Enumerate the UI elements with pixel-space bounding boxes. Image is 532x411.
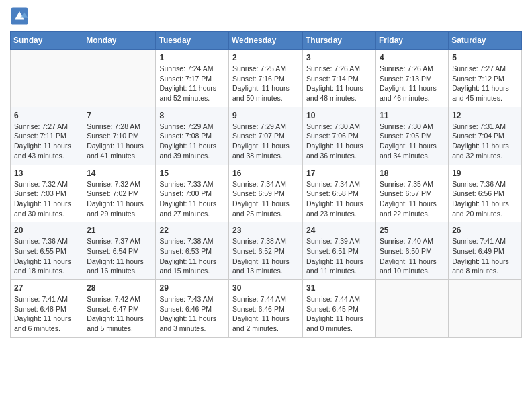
calendar-cell: 7Sunrise: 7:28 AMSunset: 7:10 PMDaylight… [83, 107, 156, 165]
calendar-cell: 4Sunrise: 7:26 AMSunset: 7:13 PMDaylight… [376, 50, 449, 107]
day-info: Sunrise: 7:44 AMSunset: 6:46 PMDaylight:… [232, 294, 299, 334]
header [10, 7, 522, 26]
calendar-week-row: 20Sunrise: 7:36 AMSunset: 6:55 PMDayligh… [11, 222, 522, 280]
calendar-cell: 20Sunrise: 7:36 AMSunset: 6:55 PMDayligh… [11, 222, 83, 280]
day-of-week-header: Monday [83, 32, 156, 50]
day-number: 15 [159, 169, 225, 178]
logo [10, 7, 32, 26]
day-number: 22 [159, 226, 225, 235]
day-number: 2 [232, 53, 299, 62]
day-info: Sunrise: 7:27 AMSunset: 7:12 PMDaylight:… [452, 64, 518, 103]
day-number: 31 [306, 283, 372, 293]
day-number: 25 [380, 226, 445, 235]
day-of-week-header: Wednesday [229, 32, 303, 50]
calendar-cell: 19Sunrise: 7:36 AMSunset: 6:56 PMDayligh… [449, 165, 522, 222]
day-info: Sunrise: 7:30 AMSunset: 7:05 PMDaylight:… [380, 122, 445, 161]
calendar-cell: 29Sunrise: 7:43 AMSunset: 6:46 PMDayligh… [156, 280, 229, 338]
day-of-week-header: Thursday [303, 32, 376, 50]
day-info: Sunrise: 7:28 AMSunset: 7:10 PMDaylight:… [87, 122, 152, 161]
day-number: 18 [380, 169, 445, 178]
calendar-cell: 15Sunrise: 7:33 AMSunset: 7:00 PMDayligh… [156, 165, 229, 222]
day-number: 9 [232, 111, 299, 120]
day-number: 23 [232, 226, 299, 235]
calendar-cell: 11Sunrise: 7:30 AMSunset: 7:05 PMDayligh… [376, 107, 449, 165]
calendar-week-row: 27Sunrise: 7:41 AMSunset: 6:48 PMDayligh… [11, 280, 522, 338]
calendar-cell [11, 50, 83, 107]
day-info: Sunrise: 7:33 AMSunset: 7:00 PMDaylight:… [159, 179, 225, 219]
calendar-cell: 26Sunrise: 7:41 AMSunset: 6:49 PMDayligh… [449, 222, 522, 280]
day-info: Sunrise: 7:40 AMSunset: 6:50 PMDaylight:… [380, 236, 445, 276]
calendar-cell: 12Sunrise: 7:31 AMSunset: 7:04 PMDayligh… [449, 107, 522, 165]
calendar-cell: 30Sunrise: 7:44 AMSunset: 6:46 PMDayligh… [229, 280, 303, 338]
day-info: Sunrise: 7:41 AMSunset: 6:48 PMDaylight:… [14, 294, 79, 334]
day-number: 17 [306, 169, 372, 178]
day-number: 30 [232, 283, 299, 293]
calendar-cell: 17Sunrise: 7:34 AMSunset: 6:58 PMDayligh… [303, 165, 376, 222]
calendar-cell: 28Sunrise: 7:42 AMSunset: 6:47 PMDayligh… [83, 280, 156, 338]
day-number: 8 [159, 111, 225, 120]
calendar-cell: 1Sunrise: 7:24 AMSunset: 7:17 PMDaylight… [156, 50, 229, 107]
calendar-cell: 16Sunrise: 7:34 AMSunset: 6:59 PMDayligh… [229, 165, 303, 222]
day-info: Sunrise: 7:35 AMSunset: 6:57 PMDaylight:… [380, 179, 445, 219]
calendar-week-row: 1Sunrise: 7:24 AMSunset: 7:17 PMDaylight… [11, 50, 522, 107]
day-info: Sunrise: 7:26 AMSunset: 7:13 PMDaylight:… [380, 64, 445, 103]
day-number: 14 [87, 169, 152, 178]
day-info: Sunrise: 7:44 AMSunset: 6:45 PMDaylight:… [306, 294, 372, 334]
calendar-cell [449, 280, 522, 338]
day-number: 1 [159, 53, 225, 62]
day-of-week-header: Tuesday [156, 32, 229, 50]
calendar-header-row: SundayMondayTuesdayWednesdayThursdayFrid… [11, 32, 522, 50]
day-info: Sunrise: 7:43 AMSunset: 6:46 PMDaylight:… [159, 294, 225, 334]
calendar-cell [83, 50, 156, 107]
day-number: 7 [87, 111, 152, 120]
day-number: 19 [452, 169, 518, 178]
day-number: 24 [306, 226, 372, 235]
day-info: Sunrise: 7:41 AMSunset: 6:49 PMDaylight:… [452, 236, 518, 276]
calendar-cell: 2Sunrise: 7:25 AMSunset: 7:16 PMDaylight… [229, 50, 303, 107]
day-info: Sunrise: 7:32 AMSunset: 7:02 PMDaylight:… [87, 179, 152, 219]
calendar: SundayMondayTuesdayWednesdayThursdayFrid… [10, 31, 522, 338]
calendar-cell: 6Sunrise: 7:27 AMSunset: 7:11 PMDaylight… [11, 107, 83, 165]
calendar-week-row: 6Sunrise: 7:27 AMSunset: 7:11 PMDaylight… [11, 107, 522, 165]
day-number: 29 [159, 283, 225, 293]
calendar-cell: 3Sunrise: 7:26 AMSunset: 7:14 PMDaylight… [303, 50, 376, 107]
day-info: Sunrise: 7:38 AMSunset: 6:53 PMDaylight:… [159, 236, 225, 276]
day-number: 3 [306, 53, 372, 62]
day-info: Sunrise: 7:37 AMSunset: 6:54 PMDaylight:… [87, 236, 152, 276]
day-info: Sunrise: 7:34 AMSunset: 6:59 PMDaylight:… [232, 179, 299, 219]
calendar-cell: 24Sunrise: 7:39 AMSunset: 6:51 PMDayligh… [303, 222, 376, 280]
calendar-cell: 18Sunrise: 7:35 AMSunset: 6:57 PMDayligh… [376, 165, 449, 222]
calendar-cell: 31Sunrise: 7:44 AMSunset: 6:45 PMDayligh… [303, 280, 376, 338]
calendar-cell: 8Sunrise: 7:29 AMSunset: 7:08 PMDaylight… [156, 107, 229, 165]
day-number: 13 [14, 169, 79, 178]
day-of-week-header: Sunday [11, 32, 83, 50]
day-number: 12 [452, 111, 518, 120]
calendar-cell: 21Sunrise: 7:37 AMSunset: 6:54 PMDayligh… [83, 222, 156, 280]
day-number: 28 [87, 283, 152, 293]
calendar-cell: 14Sunrise: 7:32 AMSunset: 7:02 PMDayligh… [83, 165, 156, 222]
page: SundayMondayTuesdayWednesdayThursdayFrid… [0, 0, 532, 348]
calendar-week-row: 13Sunrise: 7:32 AMSunset: 7:03 PMDayligh… [11, 165, 522, 222]
day-info: Sunrise: 7:39 AMSunset: 6:51 PMDaylight:… [306, 236, 372, 276]
day-info: Sunrise: 7:38 AMSunset: 6:52 PMDaylight:… [232, 236, 299, 276]
day-info: Sunrise: 7:27 AMSunset: 7:11 PMDaylight:… [14, 122, 79, 161]
day-info: Sunrise: 7:32 AMSunset: 7:03 PMDaylight:… [14, 179, 79, 219]
day-number: 4 [380, 53, 445, 62]
day-info: Sunrise: 7:36 AMSunset: 6:55 PMDaylight:… [14, 236, 79, 276]
day-info: Sunrise: 7:24 AMSunset: 7:17 PMDaylight:… [159, 64, 225, 103]
day-info: Sunrise: 7:25 AMSunset: 7:16 PMDaylight:… [232, 64, 299, 103]
logo-icon [10, 7, 29, 26]
day-number: 20 [14, 226, 79, 235]
calendar-cell: 22Sunrise: 7:38 AMSunset: 6:53 PMDayligh… [156, 222, 229, 280]
day-info: Sunrise: 7:31 AMSunset: 7:04 PMDaylight:… [452, 122, 518, 161]
day-info: Sunrise: 7:42 AMSunset: 6:47 PMDaylight:… [87, 294, 152, 334]
day-info: Sunrise: 7:26 AMSunset: 7:14 PMDaylight:… [306, 64, 372, 103]
day-of-week-header: Saturday [449, 32, 522, 50]
day-number: 6 [14, 111, 79, 120]
calendar-cell: 23Sunrise: 7:38 AMSunset: 6:52 PMDayligh… [229, 222, 303, 280]
day-info: Sunrise: 7:29 AMSunset: 7:07 PMDaylight:… [232, 122, 299, 161]
day-number: 11 [380, 111, 445, 120]
day-info: Sunrise: 7:36 AMSunset: 6:56 PMDaylight:… [452, 179, 518, 219]
day-number: 10 [306, 111, 372, 120]
day-info: Sunrise: 7:34 AMSunset: 6:58 PMDaylight:… [306, 179, 372, 219]
